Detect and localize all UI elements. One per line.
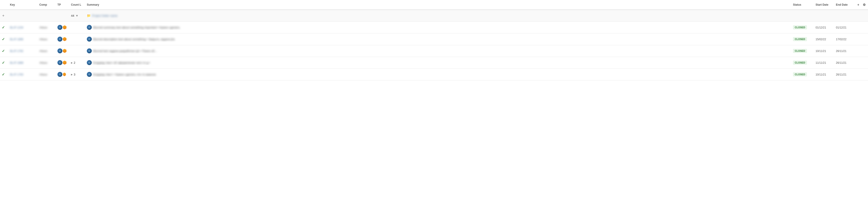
orange-type-icon <box>63 37 66 41</box>
add-column-button[interactable]: + <box>856 2 860 7</box>
row5-tp: ⚙ <box>56 68 69 80</box>
row1-check: ✓ <box>0 22 8 33</box>
header-comp-col[interactable]: Comp <box>37 0 56 10</box>
row5-key[interactable]: BLAT-1783 <box>8 68 37 80</box>
row-count-value: 2 <box>74 61 75 64</box>
summary-text: Блурред текст об оформлении чего-то g • <box>93 61 789 64</box>
row3-start: 10/11/21 <box>814 45 834 57</box>
table-row: ✓ BLAT-1896 Atlass ⚙ ⚙ <box>0 33 868 45</box>
row3-summary[interactable]: ⚙ Blurred text задачи разработки ЦА • По… <box>85 45 791 57</box>
component-label: Atlass <box>39 73 47 76</box>
header-count-col[interactable]: Count L <box>69 0 85 10</box>
gear-avatar-icon: ⚙ <box>57 25 62 30</box>
header-check-col <box>0 0 8 10</box>
row1-tp: ⚙ <box>56 22 69 33</box>
main-table-container: Key Comp TP Count L Summary Status Start… <box>0 0 868 81</box>
table-header-row: Key Comp TP Count L Summary Status Start… <box>0 0 868 10</box>
expand-arrow-icon[interactable]: ▶ <box>71 73 73 76</box>
row3-tp: ⚙ <box>56 45 69 57</box>
row4-check: ✓ <box>0 57 8 68</box>
summary-avatar-icon: ⚙ <box>87 37 92 41</box>
row2-actions <box>855 33 868 45</box>
agg-end-cell <box>834 10 855 22</box>
issue-key-link[interactable]: BLAT-1234 <box>10 26 23 29</box>
row4-status: CLOSED <box>791 57 814 68</box>
start-date: 11/11/21 <box>815 61 826 64</box>
row3-check: ✓ <box>0 45 8 57</box>
row1-comp: Atlass <box>37 22 56 33</box>
summary-avatar-icon: ⚙ <box>87 72 92 77</box>
aggregation-row: ✦ 44 ▼ 📁 Project folder name <box>0 10 868 22</box>
expand-arrow-icon[interactable]: ▶ <box>71 61 73 64</box>
header-status-col[interactable]: Status <box>791 0 814 10</box>
row3-end: 26/11/21 <box>834 45 855 57</box>
row5-summary[interactable]: ⚙ Блурред текст • Нужно сделать что-то в… <box>85 68 791 80</box>
gear-avatar-icon: ⚙ <box>57 72 62 77</box>
status-badge: CLOSED <box>793 37 807 41</box>
start-date: 10/11/21 <box>815 50 826 53</box>
row2-end: 17/02/22 <box>834 33 855 45</box>
orange-small-type-icon <box>63 72 66 76</box>
row2-check: ✓ <box>0 33 8 45</box>
row5-comp: Atlass <box>37 68 56 80</box>
orange-type-icon <box>63 25 66 29</box>
table-row: ✓ BLAT-1783 Atlass ⚙ ▶ 3 <box>0 68 868 80</box>
row1-end: 01/12/21 <box>834 22 855 33</box>
orange-type-icon <box>63 49 66 53</box>
folder-label: Project folder name <box>92 14 118 18</box>
row4-key[interactable]: BLAT-1888 <box>8 57 37 68</box>
issues-table: Key Comp TP Count L Summary Status Start… <box>0 0 868 81</box>
row3-key[interactable]: BLAT-1782 <box>8 45 37 57</box>
header-summary-col[interactable]: Summary <box>85 0 791 10</box>
summary-text: Blurred text задачи разработки ЦА • Поис… <box>93 49 789 53</box>
row5-status: CLOSED <box>791 68 814 80</box>
status-badge: CLOSED <box>793 72 807 77</box>
checkmark-icon: ✓ <box>2 26 5 29</box>
checkmark-icon: ✓ <box>2 61 5 65</box>
start-date: 01/12/21 <box>815 26 826 29</box>
component-label: Atlass <box>39 26 47 29</box>
checkmark-icon: ✓ <box>2 49 5 53</box>
agg-status-cell <box>791 10 814 22</box>
count-dropdown-arrow[interactable]: ▼ <box>75 14 79 18</box>
component-label: Atlass <box>39 61 47 64</box>
agg-comp-cell <box>37 10 56 22</box>
row2-summary[interactable]: ⚙ Blurred description text about somethi… <box>85 33 791 45</box>
agg-summary-cell: 📁 Project folder name <box>85 10 791 22</box>
row5-check: ✓ <box>0 68 8 80</box>
issue-key-link[interactable]: BLAT-1782 <box>10 50 23 53</box>
row2-status: CLOSED <box>791 33 814 45</box>
summary-avatar-icon: ⚙ <box>87 48 92 53</box>
header-end-date-col[interactable]: End Date <box>834 0 855 10</box>
status-badge: CLOSED <box>793 61 807 65</box>
issue-key-link[interactable]: BLAT-1783 <box>10 73 23 76</box>
start-date: 10/11/21 <box>815 73 826 76</box>
issue-key-link[interactable]: BLAT-1888 <box>10 61 23 64</box>
summary-avatar-icon: ⚙ <box>87 60 92 65</box>
summary-text: Блурред текст • Нужно сделать что-то важ… <box>93 73 789 76</box>
end-date: 26/11/21 <box>836 50 846 53</box>
header-tp-col[interactable]: TP <box>56 0 69 10</box>
issue-key-link[interactable]: BLAT-1896 <box>10 38 23 41</box>
agg-start-cell <box>814 10 834 22</box>
row3-count <box>69 45 85 57</box>
row1-start: 01/12/21 <box>814 22 834 33</box>
end-date: 26/11/21 <box>836 73 846 76</box>
checkmark-icon: ✓ <box>2 72 5 77</box>
header-key-col[interactable]: Key <box>8 0 37 10</box>
row2-comp: Atlass <box>37 33 56 45</box>
settings-button[interactable]: ⚙ <box>862 2 866 7</box>
header-start-date-col[interactable]: Start Date <box>814 0 834 10</box>
end-date: 26/11/21 <box>836 61 846 64</box>
end-date: 17/02/22 <box>836 38 846 41</box>
row2-count <box>69 33 85 45</box>
row4-actions <box>855 57 868 68</box>
start-date: 15/02/22 <box>815 38 826 41</box>
row2-key[interactable]: BLAT-1896 <box>8 33 37 45</box>
component-label: Atlass <box>39 49 47 53</box>
row5-start: 10/11/21 <box>814 68 834 80</box>
row1-summary[interactable]: ⚙ Blurred summary text about something i… <box>85 22 791 33</box>
total-count: 44 <box>71 14 74 18</box>
row1-key[interactable]: BLAT-1234 <box>8 22 37 33</box>
row4-summary[interactable]: ⚙ Блурред текст об оформлении чего-то g … <box>85 57 791 68</box>
